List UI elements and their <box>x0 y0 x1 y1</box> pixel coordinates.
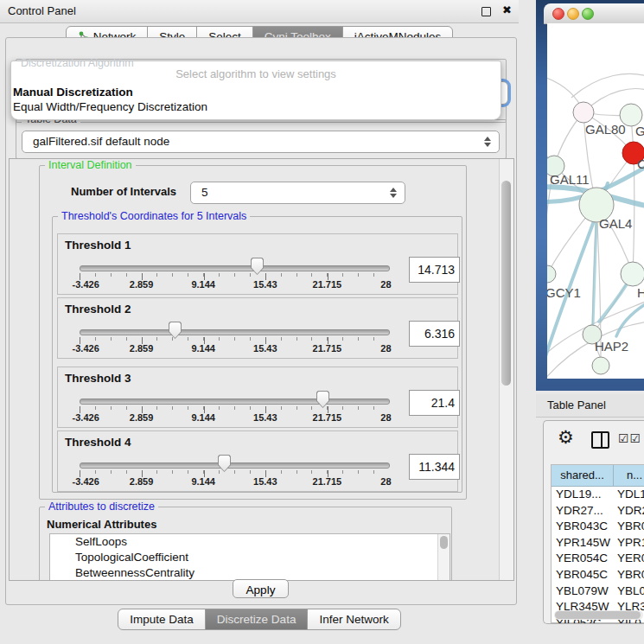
table-data-combo[interactable]: galFiltered.sif default node <box>22 131 500 153</box>
interval-definition-group: Interval Definition Number of Intervals … <box>39 165 467 500</box>
node-gcy1[interactable] <box>547 265 556 283</box>
table-row[interactable]: YER054CYER0 <box>552 551 644 567</box>
column-layout-icon[interactable] <box>591 431 609 449</box>
tab-discretize-data[interactable]: Discretize Data <box>205 609 309 630</box>
algorithm-hint: Select algorithm to view settings <box>11 67 501 80</box>
select-columns-icon[interactable]: ☑☑ <box>618 431 641 445</box>
threshold-3-row: Threshold 3 -3.426 2.859 9.144 15.43 21.… <box>57 367 458 428</box>
table-panel: ⚙ ☑☑ shared... n... YDL19...YDL1 YDR27..… <box>543 420 644 624</box>
threshold-2-slider-track[interactable] <box>80 329 390 335</box>
threshold-2-row: Threshold 2 -3.426 2.859 9.144 15.43 21.… <box>57 297 458 359</box>
table-horizontal-scrollbar[interactable] <box>554 610 643 620</box>
combo-arrows-icon <box>390 187 397 199</box>
tab-impute-data[interactable]: Impute Data <box>118 609 206 630</box>
number-of-intervals-value: 5 <box>201 182 208 203</box>
threshold-2-value-field[interactable]: 6.316 <box>409 321 460 347</box>
threshold-1-row: Threshold 1 -3.426 2.859 9.144 15.43 21.… <box>57 233 458 295</box>
settings-scroll-viewport: Interval Definition Number of Intervals … <box>9 158 514 581</box>
table-row[interactable]: YPR145WYPR1 <box>552 535 644 552</box>
thresholds-group: Threshold's Coordinates for 5 Intervals … <box>52 216 462 493</box>
threshold-3-value-field[interactable]: 21.4 <box>409 390 460 416</box>
number-of-intervals-label: Number of Intervals <box>71 185 176 198</box>
control-panel-title: Control Panel <box>8 4 76 17</box>
node-label-gcy1: GCY1 <box>547 285 581 300</box>
threshold-1-slider-thumb[interactable] <box>251 258 264 275</box>
zoom-window-icon[interactable] <box>582 8 594 20</box>
table-row[interactable]: YBR043CYBR0 <box>552 519 644 535</box>
network-graph: GAL80 G. C GAL11 GAL4 GCY1 H HAP2 <box>547 23 644 379</box>
node-label-c: C <box>637 156 644 171</box>
table-row[interactable]: YBL079WYBL0 <box>552 583 644 600</box>
discretization-algorithm-group-label: Discretization Algorithm <box>21 57 134 69</box>
node-label-hap2: HAP2 <box>595 339 628 354</box>
numerical-attributes-label: Numerical Attributes <box>47 518 156 531</box>
attributes-group: Attributes to discretize Numerical Attri… <box>39 507 452 581</box>
close-panel-icon[interactable]: ✖ <box>502 3 512 16</box>
numerical-attributes-list[interactable]: SelfLoops TopologicalCoefficient Between… <box>49 533 450 581</box>
gear-icon[interactable]: ⚙ <box>558 428 574 447</box>
node-attribute-table: shared... n... YDL19...YDL1 YDR27...YDR2… <box>551 464 644 623</box>
threshold-1-value-field[interactable]: 14.713 <box>409 257 460 283</box>
table-header-row: shared... n... <box>552 465 644 487</box>
threshold-1-slider-track[interactable] <box>80 265 390 271</box>
float-window-icon[interactable] <box>481 7 491 16</box>
settings-scrollbar-thumb[interactable] <box>501 181 511 386</box>
table-data-group: Table Data galFiltered.sif default node <box>16 119 507 159</box>
minimize-window-icon[interactable] <box>567 8 579 20</box>
node-label-h: H <box>637 285 644 300</box>
number-of-intervals-combo[interactable]: 5 <box>190 182 405 204</box>
algorithm-dropdown-popup: Select algorithm to view settings Manual… <box>10 61 501 120</box>
control-panel-titlebar: Control Panel ✖ <box>0 0 519 23</box>
threshold-4-label: Threshold 4 <box>65 436 131 449</box>
attributes-group-label: Attributes to discretize <box>45 501 158 513</box>
menu-item-manual-discretization[interactable]: Manual Discretization <box>13 86 133 99</box>
close-window-icon[interactable] <box>552 8 564 20</box>
threshold-2-label: Threshold 2 <box>65 303 131 316</box>
menu-item-equal-width-frequency[interactable]: Equal Width/Frequency Discretization <box>13 100 207 113</box>
table-row[interactable]: YDL19...YDL1 <box>552 487 644 503</box>
column-header-shared[interactable]: shared... <box>552 465 614 486</box>
node-label-gal80: GAL80 <box>585 122 626 137</box>
node-label-gal11: GAL11 <box>550 172 590 187</box>
threshold-4-slider-thumb[interactable] <box>218 455 231 472</box>
thresholds-group-label: Threshold's Coordinates for 5 Intervals <box>58 210 250 222</box>
node-right-mid[interactable] <box>621 262 644 286</box>
threshold-4-row: Threshold 4 -3.426 2.859 9.144 15.43 21.… <box>57 430 458 492</box>
list-item[interactable]: TopologicalCoefficient <box>50 550 450 565</box>
column-header-name[interactable]: n... <box>614 465 644 486</box>
node-label-gal4: GAL4 <box>599 216 632 231</box>
threshold-3-slider-thumb[interactable] <box>316 391 329 408</box>
interval-definition-label: Interval Definition <box>45 159 136 171</box>
table-panel-title: Table Panel <box>547 399 606 411</box>
threshold-4-slider-track[interactable] <box>80 462 390 469</box>
threshold-2-slider-thumb[interactable] <box>169 322 182 339</box>
list-item[interactable]: SelfLoops <box>50 534 450 550</box>
network-window-titlebar[interactable] <box>544 3 644 24</box>
tab-infer-network[interactable]: Infer Network <box>307 609 400 630</box>
node-bottom-partial[interactable] <box>592 357 609 374</box>
screenshot-root: Control Panel ✖ Network Style Select Cyn… <box>0 0 644 644</box>
network-view-window: GAL80 G. C GAL11 GAL4 GCY1 H HAP2 <box>536 0 644 391</box>
settings-scrollbar[interactable] <box>499 159 513 580</box>
threshold-1-label: Threshold 1 <box>65 239 131 252</box>
table-panel-titlebar: Table Panel <box>536 394 644 418</box>
table-row[interactable]: YBR045CYBR0 <box>552 567 644 583</box>
cyni-bottom-tabs: Impute Data Discretize Data Infer Networ… <box>0 609 519 630</box>
table-row[interactable]: YDR27...YDR2 <box>552 503 644 520</box>
node-gal80[interactable] <box>573 102 594 123</box>
threshold-4-value-field[interactable]: 11.344 <box>409 454 460 480</box>
node-label-g: G. <box>635 124 644 138</box>
combo-arrows-icon <box>484 136 491 148</box>
table-data-combo-value: galFiltered.sif default node <box>33 131 169 152</box>
network-canvas[interactable]: GAL80 G. C GAL11 GAL4 GCY1 H HAP2 <box>547 23 644 379</box>
apply-button[interactable]: Apply <box>233 579 289 598</box>
list-scrollbar[interactable] <box>437 534 450 581</box>
threshold-3-slider-track[interactable] <box>80 399 390 405</box>
threshold-3-label: Threshold 3 <box>65 372 131 385</box>
